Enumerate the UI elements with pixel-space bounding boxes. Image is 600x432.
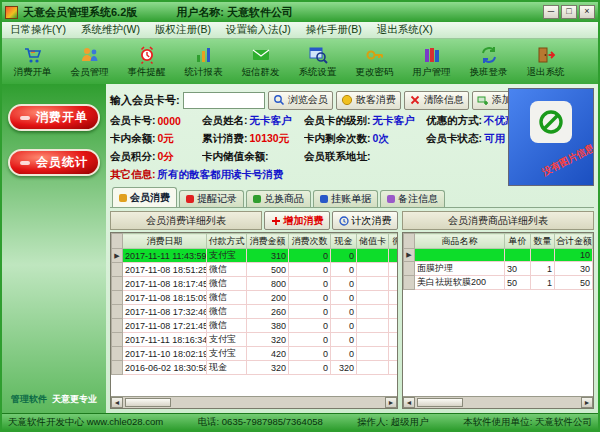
clear-info-button[interactable]: 清除信息 bbox=[404, 91, 469, 110]
menu-item-register[interactable]: 版权注册(B) bbox=[155, 23, 211, 37]
goods-table-wrap: 商品名称单价数量合计金额 ▶10面膜护理30130美白祛斑软膜20050150 … bbox=[402, 232, 594, 409]
toolbar-button-password[interactable]: 更改密码 bbox=[346, 39, 403, 84]
cell: 0 bbox=[289, 277, 331, 291]
scroll-right-button[interactable]: ► bbox=[581, 397, 593, 408]
row-selector bbox=[112, 263, 123, 277]
no-entry-icon bbox=[530, 101, 572, 143]
no-image-text: 没有图片信息 bbox=[540, 142, 594, 179]
main-area: 没有图片信息 输入会员卡号: 浏览会员 散客消费 bbox=[106, 84, 598, 413]
maximize-button[interactable]: □ bbox=[561, 5, 577, 19]
status-operator: 操作人: 超级用户 bbox=[357, 416, 429, 429]
menu-item-daily[interactable]: 日常操作(Y) bbox=[10, 23, 66, 37]
cell: 10 bbox=[555, 249, 593, 262]
table-row[interactable]: 2017-11-11 18:16:34支付宝32000 bbox=[112, 333, 399, 347]
scroll-right-button[interactable]: ► bbox=[385, 397, 397, 408]
cell bbox=[505, 249, 531, 262]
menu-item-manual[interactable]: 操作手册(B) bbox=[306, 23, 362, 37]
member-top-section: 没有图片信息 输入会员卡号: 浏览会员 散客消费 bbox=[110, 88, 594, 188]
member-card-no-label: 会员卡号: bbox=[110, 114, 156, 128]
toolbar-button-consume[interactable]: 消费开单 bbox=[4, 39, 61, 84]
sidebar-button-consume[interactable]: 消费开单 bbox=[8, 104, 100, 131]
table-row[interactable]: 面膜护理30130 bbox=[404, 262, 593, 276]
cell: 320 bbox=[331, 361, 357, 375]
column-header: 数量 bbox=[531, 234, 555, 249]
magnifier-icon bbox=[273, 94, 285, 106]
toolbar-button-exit[interactable]: 退出系统 bbox=[517, 39, 574, 84]
row-selector bbox=[112, 361, 123, 375]
toolbar-button-reports[interactable]: 统计报表 bbox=[175, 39, 232, 84]
scroll-left-button[interactable]: ◄ bbox=[111, 397, 123, 408]
table-row[interactable]: 2017-11-08 17:21:45微信38000 bbox=[112, 319, 399, 333]
row-selector bbox=[112, 319, 123, 333]
cell: 0 bbox=[331, 333, 357, 347]
row-selector bbox=[112, 333, 123, 347]
cell: 支付宝 bbox=[207, 347, 247, 361]
button-shine bbox=[20, 116, 30, 120]
scroll-thumb[interactable] bbox=[125, 398, 171, 407]
clock-icon bbox=[339, 216, 349, 226]
bell-icon bbox=[186, 195, 194, 203]
member-discount-label: 优惠的方式: bbox=[426, 114, 482, 128]
member-points-value: 0分 bbox=[158, 150, 174, 164]
scroll-left-button[interactable]: ◄ bbox=[403, 397, 415, 408]
member-stored-label: 卡内储值余额: bbox=[202, 150, 269, 164]
horizontal-scrollbar[interactable]: ◄ ► bbox=[111, 396, 397, 408]
cell: 0 bbox=[289, 319, 331, 333]
row-selector bbox=[404, 276, 415, 290]
toolbar-button-settings[interactable]: 系统设置 bbox=[289, 39, 346, 84]
cell: 2017-11-08 18:51:25 bbox=[123, 263, 207, 277]
tab-credit[interactable]: 挂账单据 bbox=[313, 190, 378, 207]
count-consume-button[interactable]: 计次消费 bbox=[332, 211, 398, 230]
cell: 800 bbox=[247, 277, 289, 291]
cell: 2017-11-08 17:32:46 bbox=[123, 305, 207, 319]
cell: 30 bbox=[505, 262, 531, 276]
menu-item-maintenance[interactable]: 系统维护(W) bbox=[81, 23, 140, 37]
scroll-thumb[interactable] bbox=[417, 398, 463, 407]
table-row[interactable]: 2017-11-08 18:51:25微信50000 bbox=[112, 263, 399, 277]
tab-exchange[interactable]: 兑换商品 bbox=[246, 190, 311, 207]
card-number-input[interactable] bbox=[183, 92, 265, 109]
cell: 0 bbox=[331, 305, 357, 319]
table-row[interactable]: 2016-06-02 18:30:58现金3200320 bbox=[112, 361, 399, 375]
tab-notes[interactable]: 备注信息 bbox=[380, 190, 445, 207]
cell: 微信 bbox=[207, 263, 247, 277]
table-row[interactable]: 美白祛斑软膜20050150 bbox=[404, 276, 593, 290]
app-window: 天意会员管理系统6.2版 用户名称: 天意软件公司 ─ □ × 日常操作(Y) … bbox=[0, 0, 600, 432]
add-consume-button[interactable]: 增加消费 bbox=[264, 211, 330, 230]
toolbar-button-reminder[interactable]: 事件提醒 bbox=[118, 39, 175, 84]
cell: 380 bbox=[247, 319, 289, 333]
cell: 50 bbox=[505, 276, 531, 290]
cell: 420 bbox=[247, 347, 289, 361]
close-button[interactable]: × bbox=[579, 5, 595, 19]
sidebar: 消费开单 会员统计 管理软件 天意更专业 bbox=[2, 84, 106, 413]
table-row[interactable]: 2017-11-08 17:32:46微信26000 bbox=[112, 305, 399, 319]
cell bbox=[357, 333, 389, 347]
tab-consume[interactable]: 会员消费 bbox=[112, 187, 177, 207]
horizontal-scrollbar[interactable]: ◄ ► bbox=[403, 396, 593, 408]
row-selector: ▶ bbox=[404, 249, 415, 262]
table-row[interactable]: ▶2017-11-11 11:43:59支付宝31000 bbox=[112, 249, 399, 263]
toolbar-button-sms[interactable]: 短信群发 bbox=[232, 39, 289, 84]
table-row[interactable]: 2017-11-10 18:02:19支付宝42000 bbox=[112, 347, 399, 361]
window-controls: ─ □ × bbox=[543, 5, 595, 19]
table-row[interactable]: 2017-11-08 18:17:45微信80000 bbox=[112, 277, 399, 291]
walkin-consume-button[interactable]: 散客消费 bbox=[336, 91, 401, 110]
cell: 2017-11-08 17:21:45 bbox=[123, 319, 207, 333]
toolbar-button-shift[interactable]: 换班登录 bbox=[460, 39, 517, 84]
toolbar-button-users[interactable]: 用户管理 bbox=[403, 39, 460, 84]
cell: 0 bbox=[289, 347, 331, 361]
tab-strip: 会员消费 提醒记录 兑换商品 挂账单据 备注信息 bbox=[110, 188, 594, 208]
sidebar-button-stats[interactable]: 会员统计 bbox=[8, 149, 100, 176]
member-info-row-3: 会员积分:0分 卡内储值余额: 会员联系地址: bbox=[110, 148, 510, 166]
toolbar-button-members[interactable]: 会员管理 bbox=[61, 39, 118, 84]
menu-item-ime[interactable]: 设置输入法(J) bbox=[226, 23, 291, 37]
table-row[interactable]: ▶10 bbox=[404, 249, 593, 262]
tab-reminders[interactable]: 提醒记录 bbox=[179, 190, 244, 207]
member-total-label: 累计消费: bbox=[202, 132, 248, 146]
table-row[interactable]: 2017-11-08 18:15:09微信20000 bbox=[112, 291, 399, 305]
minimize-button[interactable]: ─ bbox=[543, 5, 559, 19]
row-selector bbox=[404, 262, 415, 276]
menu-item-exit[interactable]: 退出系统(X) bbox=[377, 23, 433, 37]
plus-icon bbox=[271, 216, 281, 226]
browse-member-button[interactable]: 浏览会员 bbox=[268, 91, 333, 110]
